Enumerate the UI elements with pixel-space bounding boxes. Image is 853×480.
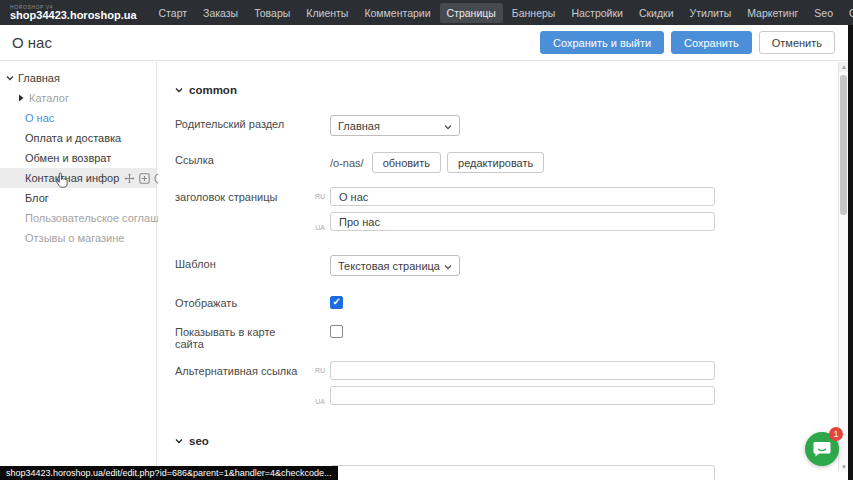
menu-item-comments[interactable]: Комментарии (357, 3, 437, 23)
menu-item-banners[interactable]: Баннеры (505, 3, 563, 23)
tree-item-label: Главная (18, 72, 60, 84)
chevron-down-icon (175, 438, 183, 444)
pages-tree-sidebar: Главная Каталог О нас Оплата и доставка … (0, 62, 157, 480)
section-common-label: common (189, 84, 237, 96)
cancel-button[interactable]: Отменить (759, 31, 835, 54)
tree-item-payment-delivery[interactable]: Оплата и доставка (0, 128, 156, 148)
chevron-down-icon (444, 120, 452, 132)
chat-bubble-icon (813, 441, 831, 458)
link-label: Ссылка (175, 150, 303, 166)
main-menu: Старт Заказы Товары Клиенты Комментарии … (151, 0, 853, 25)
lang-ru-badge: RU (303, 187, 330, 206)
save-and-exit-button[interactable]: Сохранить и выйти (540, 31, 664, 54)
alt-link-row: Альтернативная ссылка RU UA (175, 361, 840, 411)
template-label: Шаблон (175, 254, 303, 270)
tree-item-home[interactable]: Главная (0, 68, 156, 88)
screen-edge (848, 25, 853, 480)
link-update-button[interactable]: обновить (372, 152, 441, 173)
menu-item-discounts[interactable]: Скидки (632, 3, 681, 23)
menu-item-pages[interactable]: Страницы (440, 3, 503, 23)
tree-item-blog[interactable]: Блог (0, 188, 156, 208)
page-header: О нас Сохранить и выйти Сохранить Отмени… (0, 25, 848, 61)
template-row: Шаблон Текстовая страница (175, 254, 840, 276)
chevron-down-icon (444, 260, 452, 272)
admin-screen: HOROSHOP V4 shop34423.horoshop.ua Старт … (0, 0, 853, 480)
tree-item-label: Контактная инфор (25, 172, 119, 184)
add-page-icon[interactable] (139, 173, 150, 184)
tree-item-label: Отзывы о магазине (25, 232, 124, 244)
link-row: Ссылка /o-nas/ обновить редактировать (175, 150, 840, 173)
tree-item-about-us[interactable]: О нас (0, 108, 156, 128)
page-edit-form: common Родительский раздел Главная Ссылк… (158, 62, 840, 480)
menu-item-utilities[interactable]: Утилиты (683, 3, 739, 23)
tree-item-catalog[interactable]: Каталог (0, 88, 156, 108)
sitemap-checkbox[interactable] (330, 325, 343, 338)
page-title-ru-input[interactable] (330, 187, 715, 206)
logo-domain: shop34423.horoshop.ua (10, 10, 137, 21)
chevron-right-icon[interactable] (16, 94, 25, 102)
section-seo[interactable]: seo (175, 435, 840, 447)
template-select[interactable]: Текстовая страница (330, 255, 460, 276)
chevron-down-icon[interactable] (5, 75, 14, 81)
menu-item-orders[interactable]: Заказы (196, 3, 245, 23)
lang-ua-badge: UA (303, 218, 330, 237)
tree-item-label: О нас (25, 112, 54, 124)
display-row: Отображать (175, 293, 840, 309)
alt-link-ua-input[interactable] (330, 386, 715, 405)
tree-item-contact-info[interactable]: Контактная инфор (0, 168, 156, 188)
save-button[interactable]: Сохранить (671, 31, 752, 54)
tree-item-label: Обмен и возврат (25, 152, 111, 164)
lang-ru-badge: RU (303, 361, 330, 380)
tree-item-store-reviews[interactable]: Отзывы о магазине (0, 228, 156, 248)
top-navigation: HOROSHOP V4 shop34423.horoshop.ua Старт … (0, 0, 853, 25)
menu-item-settings[interactable]: Настройки (564, 3, 630, 23)
parent-section-value: Главная (338, 120, 380, 132)
display-checkbox[interactable] (330, 296, 343, 309)
lang-ua-badge: UA (303, 392, 330, 411)
menu-item-start[interactable]: Старт (152, 3, 195, 23)
page-title-ua-input[interactable] (330, 212, 715, 231)
tree-item-exchange-return[interactable]: Обмен и возврат (0, 148, 156, 168)
alt-link-ru-input[interactable] (330, 361, 715, 380)
alt-link-label: Альтернативная ссылка (175, 361, 303, 377)
parent-section-select[interactable]: Главная (330, 115, 460, 136)
header-buttons: Сохранить и выйти Сохранить Отменить (540, 31, 848, 54)
link-path: /o-nas/ (330, 157, 364, 169)
page-title-row: заголовок страницы RU UA (175, 187, 840, 237)
section-common[interactable]: common (175, 84, 840, 96)
link-edit-button[interactable]: редактировать (447, 152, 544, 173)
chevron-down-icon (175, 87, 183, 93)
menu-item-products[interactable]: Товары (247, 3, 297, 23)
sitemap-label: Показывать в карте сайта (175, 322, 303, 350)
menu-item-reports[interactable]: Отчеты (842, 3, 853, 23)
tree-item-label: Блог (25, 192, 49, 204)
sitemap-row: Показывать в карте сайта (175, 322, 840, 350)
menu-item-seo[interactable]: Seo (807, 3, 840, 23)
move-icon[interactable] (124, 173, 135, 184)
status-url-tooltip: shop34423.horoshop.ua/edit/edit.php?id=6… (0, 466, 338, 480)
display-label: Отображать (175, 293, 303, 309)
menu-item-clients[interactable]: Клиенты (299, 3, 355, 23)
scrollbar-thumb[interactable] (840, 75, 847, 215)
html-title-ru-input[interactable] (330, 465, 715, 480)
template-value: Текстовая страница (338, 260, 440, 272)
vertical-scrollbar[interactable]: ▲ ▼ (838, 62, 848, 472)
parent-section-row: Родительский раздел Главная (175, 114, 840, 136)
page-title: О нас (0, 34, 52, 51)
parent-section-label: Родительский раздел (175, 114, 303, 130)
menu-item-marketing[interactable]: Маркетинг (740, 3, 805, 23)
logo[interactable]: HOROSHOP V4 shop34423.horoshop.ua (0, 4, 151, 21)
page-title-label: заголовок страницы (175, 187, 303, 203)
tree-item-label: Каталог (29, 92, 69, 104)
chat-unread-badge: 1 (829, 427, 843, 441)
tree-item-label: Оплата и доставка (25, 132, 121, 144)
section-seo-label: seo (189, 435, 209, 447)
tree-item-user-agreement[interactable]: Пользовательское соглашение (0, 208, 156, 228)
